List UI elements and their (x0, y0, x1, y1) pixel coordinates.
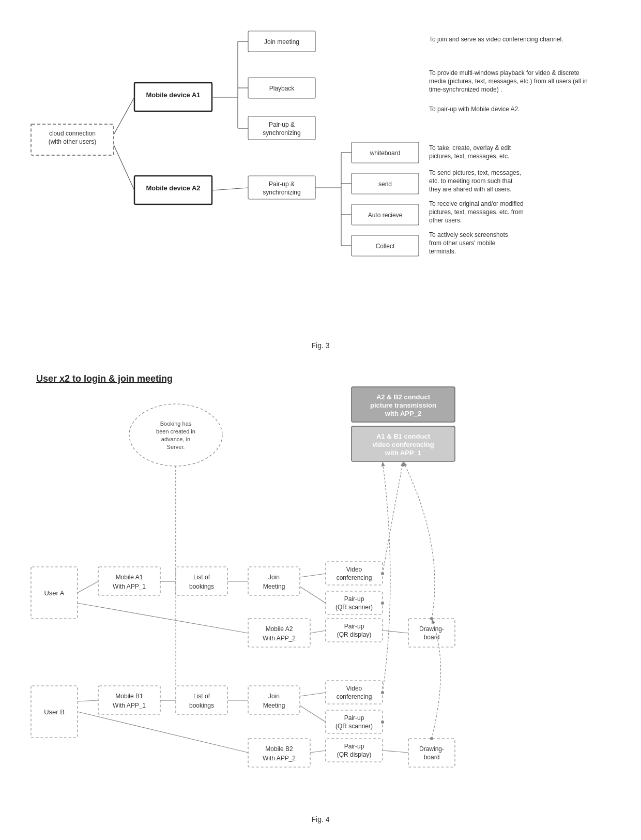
svg-line-24 (212, 188, 248, 190)
svg-text:(QR display): (QR display) (337, 751, 372, 758)
svg-text:been created in: been created in (156, 428, 195, 434)
svg-rect-77 (248, 567, 300, 595)
svg-line-95 (78, 581, 98, 593)
svg-text:(QR display): (QR display) (337, 631, 372, 638)
svg-point-145 (430, 737, 433, 740)
svg-text:To actively seek screenshots: To actively seek screenshots (429, 231, 508, 238)
svg-text:User B: User B (44, 708, 65, 716)
svg-text:With APP_2: With APP_2 (263, 635, 296, 642)
svg-text:send: send (378, 181, 392, 188)
svg-text:Meeting: Meeting (263, 702, 285, 709)
svg-rect-105 (98, 686, 160, 714)
svg-text:Pair-up: Pair-up (344, 623, 364, 630)
svg-line-100 (78, 603, 248, 633)
svg-text:pictures, text, messages, etc.: pictures, text, messages, etc. (429, 153, 509, 160)
svg-text:A2 & B2 conduct: A2 & B2 conduct (376, 393, 431, 401)
svg-text:A1 & B1 conduct: A1 & B1 conduct (376, 432, 431, 440)
svg-text:video conferencing: video conferencing (372, 441, 434, 448)
svg-text:time-synchronized mode) .: time-synchronized mode) . (429, 86, 502, 93)
svg-text:To take, create, overlay & edi: To take, create, overlay & edit (429, 144, 511, 152)
svg-text:To join and serve as video con: To join and serve as video conferencing … (429, 36, 563, 43)
svg-rect-92 (408, 619, 455, 647)
svg-text:Video: Video (346, 566, 362, 573)
svg-text:Join meeting: Join meeting (264, 38, 299, 46)
svg-text:conferencing: conferencing (337, 574, 372, 581)
svg-rect-108 (176, 686, 227, 714)
svg-line-102 (383, 631, 408, 633)
svg-text:Collect: Collect (376, 243, 395, 250)
svg-rect-89 (326, 619, 383, 642)
svg-rect-114 (326, 681, 383, 704)
svg-rect-86 (248, 619, 310, 647)
svg-text:Playback: Playback (269, 85, 295, 92)
svg-point-144 (430, 617, 433, 620)
svg-text:cloud connection: cloud connection (49, 130, 96, 137)
svg-text:Pair-up &: Pair-up & (269, 121, 295, 128)
svg-line-135 (310, 751, 326, 753)
svg-text:with APP_1: with APP_1 (385, 449, 421, 457)
svg-rect-80 (326, 562, 383, 585)
svg-line-7 (114, 97, 134, 134)
svg-text:Drawing-: Drawing- (419, 745, 444, 753)
svg-text:Mobile B2: Mobile B2 (265, 745, 293, 753)
svg-text:Join: Join (268, 574, 280, 581)
svg-text:With APP_1: With APP_1 (113, 583, 146, 590)
svg-text:terminals.: terminals. (429, 248, 456, 255)
svg-text:Pair-up: Pair-up (344, 714, 364, 722)
svg-line-132 (300, 693, 326, 696)
svg-rect-120 (248, 739, 310, 767)
svg-text:Pair-up: Pair-up (344, 743, 364, 750)
svg-text:Mobile A1: Mobile A1 (116, 574, 143, 581)
svg-rect-74 (176, 567, 227, 595)
svg-line-99 (300, 587, 326, 603)
svg-text:conferencing: conferencing (337, 693, 372, 700)
svg-text:synchronizing: synchronizing (263, 129, 300, 137)
svg-text:pictures, text, messages, etc.: pictures, text, messages, etc. from (429, 208, 524, 216)
svg-text:with APP_2: with APP_2 (385, 410, 421, 417)
figure-4: User x2 to login & join meeting A2 & B2 … (21, 365, 620, 810)
svg-rect-123 (326, 739, 383, 762)
svg-text:bookings: bookings (189, 583, 214, 590)
svg-point-143 (381, 721, 384, 724)
svg-text:synchronizing: synchronizing (263, 189, 300, 196)
svg-text:whiteboard: whiteboard (370, 149, 401, 157)
svg-text:With APP_2: With APP_2 (263, 755, 296, 762)
svg-text:Server.: Server. (167, 444, 185, 450)
svg-text:media (pictures, text, message: media (pictures, text, messages, etc.) f… (429, 78, 588, 85)
svg-line-98 (300, 574, 326, 577)
svg-point-142 (381, 691, 384, 694)
svg-text:Booking has: Booking has (160, 421, 192, 427)
svg-text:User A: User A (44, 589, 64, 597)
svg-text:Join: Join (268, 693, 280, 700)
svg-text:(QR scanner): (QR scanner) (335, 604, 373, 611)
svg-text:bookings: bookings (189, 702, 214, 709)
svg-text:List of: List of (193, 574, 210, 581)
svg-text:Drawing-: Drawing- (419, 625, 444, 633)
svg-text:With APP_1: With APP_1 (113, 702, 146, 709)
svg-line-8 (114, 145, 134, 190)
svg-point-140 (381, 572, 384, 575)
svg-text:To pair-up with Mobile device : To pair-up with Mobile device A2. (429, 106, 520, 113)
svg-text:Pair-up &: Pair-up & (269, 181, 295, 188)
svg-text:To receive original and/or mod: To receive original and/or modified (429, 200, 524, 207)
svg-text:(QR scanner): (QR scanner) (335, 723, 373, 730)
svg-text:picture transmission: picture transmission (370, 401, 436, 409)
svg-line-129 (78, 700, 98, 701)
page: cloud connection (with other users) Mobi… (0, 0, 641, 840)
svg-text:Mobile device A1: Mobile device A1 (146, 91, 201, 99)
svg-text:List of: List of (193, 693, 210, 700)
svg-text:etc. to meeting room such that: etc. to meeting room such that (429, 177, 513, 185)
svg-text:board: board (424, 754, 440, 761)
svg-text:Auto recieve: Auto recieve (368, 212, 403, 219)
svg-text:To provide multi-windows playb: To provide multi-windows playback for vi… (429, 69, 579, 77)
svg-line-134 (78, 712, 248, 753)
svg-rect-117 (326, 710, 383, 733)
svg-point-141 (381, 602, 384, 605)
svg-rect-126 (408, 739, 455, 767)
svg-text:Pair-up: Pair-up (344, 595, 364, 603)
svg-point-64 (129, 404, 222, 466)
fig3-label: Fig. 3 (21, 341, 620, 350)
svg-rect-71 (98, 567, 160, 595)
svg-text:Meeting: Meeting (263, 583, 285, 590)
svg-text:Mobile B1: Mobile B1 (115, 693, 143, 700)
